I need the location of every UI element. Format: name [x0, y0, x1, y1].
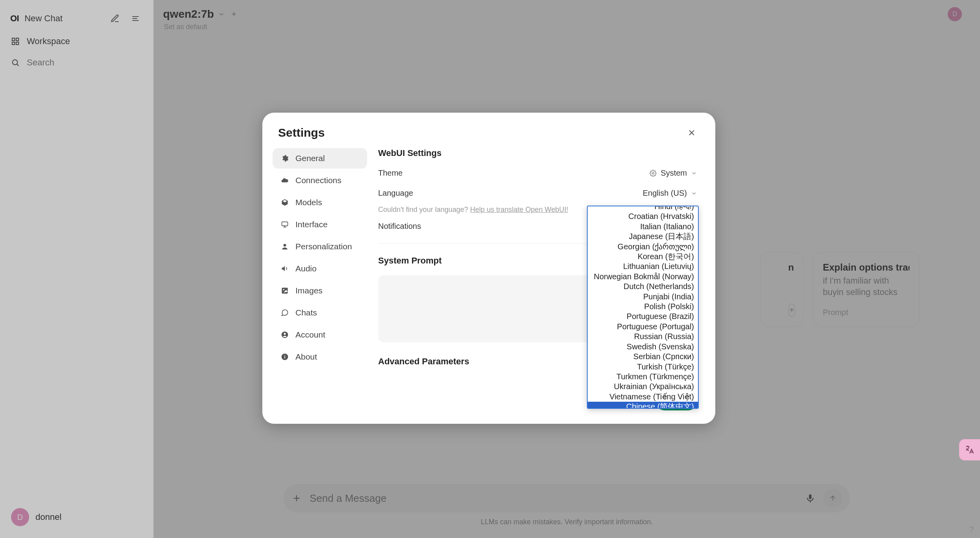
language-option[interactable]: Swedish (Svenska) [588, 342, 698, 352]
cube-icon [280, 199, 290, 206]
nav-chats[interactable]: Chats [273, 302, 367, 323]
language-option[interactable]: Croatian (Hrvatski) [588, 211, 698, 221]
svg-point-19 [284, 244, 286, 247]
theme-label: Theme [378, 169, 403, 178]
language-row: Language English (US) [378, 186, 697, 201]
help-button[interactable]: ? [969, 525, 974, 534]
modal-title: Settings [278, 126, 325, 139]
nav-interface[interactable]: Interface [273, 214, 367, 235]
nav-account[interactable]: Account [273, 325, 367, 345]
nav-label: Chats [295, 308, 317, 317]
language-option[interactable]: Dutch (Netherlands) [588, 282, 698, 291]
language-option[interactable]: Italian (Italiano) [588, 222, 698, 232]
theme-select[interactable]: System [650, 169, 697, 178]
translate-icon [964, 444, 975, 455]
advanced-params-label: Advanced Parameters [378, 356, 469, 367]
nav-label: Interface [295, 220, 328, 229]
notifications-label: Notifications [378, 222, 421, 231]
nav-label: About [295, 352, 317, 362]
language-option[interactable]: Ukrainian (Українська) [588, 382, 698, 391]
svg-point-21 [283, 289, 284, 290]
settings-nav: General Connections Models Interface Per… [273, 148, 367, 410]
nav-label: Personalization [295, 242, 352, 251]
language-option[interactable]: Japanese (日本語) [588, 232, 698, 241]
nav-label: Audio [295, 264, 317, 273]
nav-connections[interactable]: Connections [273, 170, 367, 191]
language-option[interactable]: Turkish (Türkçe) [588, 362, 698, 372]
language-option[interactable]: Turkmen (Türkmençe) [588, 372, 698, 382]
cloud-icon [280, 176, 290, 184]
nav-personalization[interactable]: Personalization [273, 236, 367, 257]
language-option[interactable]: Portuguese (Brazil) [588, 312, 698, 321]
nav-label: Connections [295, 176, 342, 185]
assist-fab[interactable] [959, 439, 980, 460]
speaker-icon [280, 265, 290, 273]
chat-icon [280, 309, 290, 317]
language-dropdown[interactable]: Hindi (हिन्दी)Croatian (Hrvatski)Italian… [587, 206, 699, 409]
language-option[interactable]: Vietnamese (Tiếng Việt) [588, 392, 698, 402]
svg-rect-26 [284, 355, 285, 356]
language-option[interactable]: Chinese (简体中文) [588, 402, 698, 408]
nav-label: Models [295, 198, 322, 207]
section-webui: WebUI Settings [378, 148, 697, 158]
theme-row: Theme System [378, 165, 697, 181]
language-option[interactable]: Polish (Polski) [588, 302, 698, 312]
nav-label: General [295, 154, 325, 163]
svg-point-27 [652, 172, 654, 174]
nav-about[interactable]: About [273, 347, 367, 367]
svg-rect-20 [282, 288, 288, 294]
gear-small-icon [650, 170, 657, 177]
close-button[interactable] [684, 126, 700, 139]
user-icon [280, 243, 290, 250]
language-select[interactable]: English (US) [643, 189, 697, 198]
nav-audio[interactable]: Audio [273, 258, 367, 279]
nav-label: Account [295, 330, 325, 339]
chevron-down-icon [691, 170, 697, 176]
nav-models[interactable]: Models [273, 192, 367, 213]
nav-general[interactable]: General [273, 148, 367, 169]
svg-rect-16 [282, 222, 288, 226]
language-value: English (US) [643, 189, 687, 198]
language-option[interactable]: Hindi (हिन्दी) [588, 206, 698, 211]
svg-rect-25 [284, 356, 285, 358]
image-icon [280, 287, 290, 295]
language-option[interactable]: Portuguese (Portugal) [588, 322, 698, 332]
nav-images[interactable]: Images [273, 280, 367, 301]
language-option[interactable]: Punjabi (India) [588, 292, 698, 302]
info-icon [280, 353, 290, 361]
language-option[interactable]: Lithuanian (Lietuvių) [588, 262, 698, 271]
chevron-down-icon [691, 190, 697, 197]
language-option[interactable]: Russian (Russia) [588, 332, 698, 341]
monitor-icon [280, 221, 290, 228]
language-label: Language [378, 189, 413, 198]
language-option[interactable]: Korean (한국어) [588, 252, 698, 262]
language-option[interactable]: Serbian (Српски) [588, 352, 698, 362]
language-option[interactable]: Norwegian Bokmål (Norway) [588, 272, 698, 282]
language-option[interactable]: Georgian (ქართული) [588, 242, 698, 252]
translate-link[interactable]: Help us translate Open WebUI! [470, 206, 568, 213]
nav-label: Images [295, 286, 323, 295]
gear-icon [280, 154, 290, 162]
account-icon [280, 331, 290, 339]
theme-value: System [661, 169, 687, 178]
svg-point-23 [284, 333, 286, 335]
